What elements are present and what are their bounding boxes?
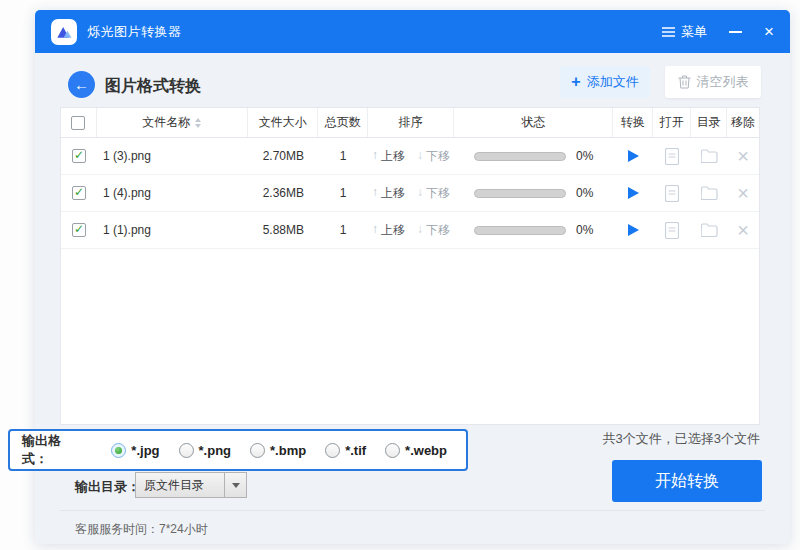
col-filesize: 文件大小	[248, 108, 318, 137]
output-format-label: 输出格式：	[22, 432, 85, 468]
add-files-button[interactable]: + 添加文件	[560, 66, 650, 98]
convert-play-button[interactable]	[628, 187, 639, 199]
up-arrow-icon: ↑	[372, 222, 378, 239]
file-table: 文件名称 文件大小 总页数 排序 状态 转换 打开 目录 移除 ✓ 1 (3).…	[60, 107, 760, 425]
output-dir-select[interactable]: 原文件目录	[135, 472, 247, 498]
chevron-down-icon	[232, 483, 240, 488]
format-options: *.jpg *.png *.bmp *.tif *.webp	[111, 443, 466, 458]
file-size: 2.36MB	[248, 175, 318, 211]
col-filename[interactable]: 文件名称	[142, 114, 190, 131]
document-icon	[665, 222, 679, 239]
remove-button[interactable]: ×	[737, 146, 749, 166]
document-icon	[665, 148, 679, 165]
output-dir-label: 输出目录：	[75, 478, 140, 496]
progress-bar	[474, 226, 566, 235]
radio-icon	[250, 443, 265, 458]
progress-bar	[474, 152, 566, 161]
menu-button[interactable]: 菜单	[662, 23, 707, 41]
file-size: 2.70MB	[248, 138, 318, 174]
progress-bar	[474, 189, 566, 198]
open-file-button[interactable]	[653, 175, 691, 211]
app-logo-icon	[51, 19, 77, 45]
open-directory-button[interactable]	[691, 175, 727, 211]
trash-icon	[678, 75, 691, 89]
move-up-label: 上移	[381, 222, 405, 239]
table-row: ✓ 1 (4).png 2.36MB 1 ↑ 上移 ↓ 下移 0%	[61, 175, 759, 212]
progress-percent: 0%	[576, 149, 593, 163]
radio-icon	[179, 443, 194, 458]
col-convert: 转换	[613, 108, 653, 137]
down-arrow-icon: ↓	[417, 185, 423, 202]
document-icon	[665, 185, 679, 202]
check-icon: ✓	[74, 186, 84, 198]
col-directory: 目录	[691, 108, 727, 137]
move-down-label: 下移	[426, 185, 450, 202]
select-all-checkbox[interactable]	[71, 116, 85, 130]
menu-label: 菜单	[681, 23, 707, 41]
open-directory-button[interactable]	[691, 212, 727, 248]
move-up-button[interactable]: ↑ 上移	[372, 185, 413, 202]
progress-percent: 0%	[576, 186, 593, 200]
output-format-box: 输出格式： *.jpg *.png *.bmp *.tif *.webp	[8, 429, 468, 471]
title-bar: 烁光图片转换器 菜单 ×	[35, 10, 790, 53]
clear-list-label: 清空列表	[697, 73, 749, 91]
move-up-label: 上移	[381, 185, 405, 202]
move-down-button[interactable]: ↓ 下移	[417, 222, 450, 239]
move-up-button[interactable]: ↑ 上移	[372, 148, 413, 165]
open-file-button[interactable]	[653, 138, 691, 174]
clear-list-button[interactable]: 清空列表	[665, 66, 761, 98]
sort-icon[interactable]	[194, 118, 202, 128]
folder-icon	[701, 149, 718, 163]
back-button[interactable]: ←	[68, 71, 95, 98]
minimize-button[interactable]	[729, 31, 742, 33]
move-down-button[interactable]: ↓ 下移	[417, 185, 450, 202]
check-icon: ✓	[74, 149, 84, 161]
file-size: 5.88MB	[248, 212, 318, 248]
radio-icon	[325, 443, 340, 458]
convert-play-button[interactable]	[628, 150, 639, 162]
remove-button[interactable]: ×	[737, 220, 749, 240]
move-down-button[interactable]: ↓ 下移	[417, 148, 450, 165]
file-name: 1 (3).png	[97, 138, 249, 174]
col-pages: 总页数	[318, 108, 368, 137]
format-radio-option[interactable]: *.webp	[385, 443, 447, 458]
format-radio-option[interactable]: *.jpg	[111, 443, 159, 458]
col-status: 状态	[454, 108, 614, 137]
move-down-label: 下移	[426, 222, 450, 239]
format-radio-option[interactable]: *.tif	[325, 443, 366, 458]
page-count: 1	[318, 212, 368, 248]
open-directory-button[interactable]	[691, 138, 727, 174]
back-arrow-icon: ←	[74, 76, 89, 93]
page-count: 1	[318, 138, 368, 174]
start-convert-button[interactable]: 开始转换	[612, 460, 762, 502]
table-body: ✓ 1 (3).png 2.70MB 1 ↑ 上移 ↓ 下移 0%	[61, 138, 759, 249]
output-dir-value: 原文件目录	[136, 477, 224, 494]
down-arrow-icon: ↓	[417, 148, 423, 165]
row-checkbox[interactable]: ✓	[72, 186, 86, 200]
check-icon: ✓	[74, 223, 84, 235]
add-files-label: 添加文件	[587, 73, 639, 91]
open-file-button[interactable]	[653, 212, 691, 248]
convert-play-button[interactable]	[628, 224, 639, 236]
page-title: 图片格式转换	[105, 76, 201, 97]
up-arrow-icon: ↑	[372, 148, 378, 165]
format-radio-option[interactable]: *.bmp	[250, 443, 306, 458]
hamburger-icon	[662, 27, 675, 37]
folder-icon	[701, 223, 718, 237]
move-up-label: 上移	[381, 148, 405, 165]
app-title: 烁光图片转换器	[87, 23, 182, 41]
row-checkbox[interactable]: ✓	[72, 223, 86, 237]
row-checkbox[interactable]: ✓	[72, 149, 86, 163]
plus-icon: +	[571, 74, 580, 90]
close-button[interactable]: ×	[764, 23, 774, 40]
file-name: 1 (1).png	[97, 212, 249, 248]
move-up-button[interactable]: ↑ 上移	[372, 222, 413, 239]
table-row: ✓ 1 (3).png 2.70MB 1 ↑ 上移 ↓ 下移 0%	[61, 138, 759, 175]
radio-icon	[385, 443, 400, 458]
format-radio-option[interactable]: *.png	[179, 443, 232, 458]
footer-divider	[60, 510, 765, 511]
table-row: ✓ 1 (1).png 5.88MB 1 ↑ 上移 ↓ 下移 0%	[61, 212, 759, 249]
folder-icon	[701, 186, 718, 200]
remove-button[interactable]: ×	[737, 183, 749, 203]
col-sort: 排序	[368, 108, 454, 137]
